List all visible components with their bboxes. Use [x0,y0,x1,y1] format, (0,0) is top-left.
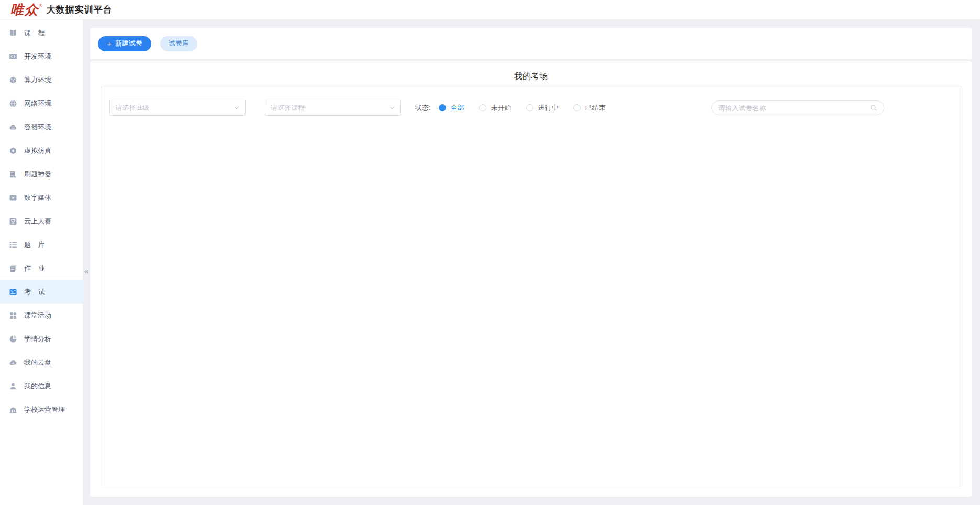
question-bank-icon [9,241,17,249]
status-radio-0[interactable]: 全部 [439,103,464,113]
course-select-placeholder: 请选择课程 [271,103,305,113]
sidebar-item-3[interactable]: 网络环境 [0,92,83,115]
status-label: 状态: [415,103,431,113]
sidebar-item-9[interactable]: 题库 [0,233,83,256]
sidebar-collapse-handle[interactable]: « [83,260,90,282]
new-exam-button-label: 新建试卷 [115,39,142,48]
course-select[interactable]: 请选择课程 [265,100,401,116]
code-icon [9,52,17,61]
chevron-down-icon [233,105,240,111]
school-admin-icon [9,406,17,414]
toolbar-panel: + 新建试卷 试卷库 [90,28,972,59]
sidebar-item-label: 网络环境 [24,99,51,108]
container-cloud-icon [9,123,17,131]
app-title: 大数据实训平台 [47,4,113,16]
sidebar-item-label: 虚拟仿真 [24,146,51,155]
globe-icon [9,99,17,108]
sidebar-item-label: 算力环境 [24,75,51,85]
sidebar-menu: 课程开发环境算力环境网络环境容器环境虚拟仿真刷题神器数字媒体云上大赛题库作业考试… [0,21,83,421]
app-header: 唯众 ® 大数据实训平台 [0,0,980,20]
sidebar-item-1[interactable]: 开发环境 [0,44,83,68]
filter-row: 请选择班级 请选择课程 状态: 全部未开始进行中已结束 [109,100,961,116]
homework-icon [9,264,17,273]
analysis-pie-icon [9,335,17,343]
sidebar-item-11[interactable]: 考试 [0,280,83,304]
new-exam-button[interactable]: + 新建试卷 [98,36,151,51]
sidebar-item-label: 作业 [24,264,45,273]
exam-list-container: 请选择班级 请选择课程 状态: 全部未开始进行中已结束 [101,86,961,486]
media-icon [9,194,17,202]
sidebar-item-13[interactable]: 学情分析 [0,327,83,351]
sidebar-item-2[interactable]: 算力环境 [0,68,83,92]
plus-icon: + [107,40,112,48]
sidebar-item-10[interactable]: 作业 [0,256,83,280]
sidebar-item-label: 学情分析 [24,334,51,344]
main-panel: 我的考场 请选择班级 请选择课程 状态: 全部未开始进行中已结束 [90,61,972,497]
sidebar-item-8[interactable]: 云上大赛 [0,209,83,233]
sidebar: 课程开发环境算力环境网络环境容器环境虚拟仿真刷题神器数字媒体云上大赛题库作业考试… [0,20,83,505]
simulation-cube-icon [9,147,17,155]
sidebar-item-label: 云上大赛 [24,217,51,226]
status-radio-1[interactable]: 未开始 [479,103,511,113]
sidebar-item-0[interactable]: 课程 [0,21,83,44]
sidebar-item-7[interactable]: 数字媒体 [0,186,83,209]
sidebar-item-label: 考试 [24,287,45,297]
class-select[interactable]: 请选择班级 [109,100,246,116]
chevron-down-icon [389,105,395,111]
cloud-disk-icon [9,358,17,367]
exam-icon [9,288,17,296]
status-radio-label: 进行中 [538,103,559,113]
sidebar-item-15[interactable]: 我的信息 [0,374,83,398]
sidebar-item-label: 容器环境 [24,122,51,132]
sidebar-item-6[interactable]: 刷题神器 [0,162,83,186]
status-radio-3[interactable]: 已结束 [573,103,606,113]
sidebar-item-12[interactable]: 课堂活动 [0,304,83,327]
status-radio-label: 未开始 [491,103,511,113]
profile-user-icon [9,382,17,390]
status-options: 全部未开始进行中已结束 [439,103,620,113]
search-box[interactable] [711,100,884,115]
practice-pen-icon [9,170,17,178]
sidebar-item-label: 我的云盘 [24,358,51,367]
sidebar-item-4[interactable]: 容器环境 [0,115,83,139]
brand-logo: 唯众 ® [10,3,42,17]
status-filter-group: 状态: 全部未开始进行中已结束 [415,103,620,113]
sidebar-item-label: 题库 [24,240,45,250]
class-select-placeholder: 请选择班级 [115,103,149,113]
sidebar-item-label: 我的信息 [24,381,51,391]
logo-text: 唯众 [10,3,39,17]
sidebar-item-14[interactable]: 我的云盘 [0,351,83,374]
registered-mark: ® [39,3,42,8]
page-title: 我的考场 [90,61,972,82]
sidebar-item-label: 学校运营管理 [24,405,65,414]
radio-dot[interactable] [573,104,581,111]
sidebar-item-5[interactable]: 虚拟仿真 [0,139,83,162]
sidebar-item-label: 开发环境 [24,52,51,61]
book-icon [9,29,17,37]
radio-dot[interactable] [526,104,533,111]
radio-dot[interactable] [479,104,486,111]
search-icon[interactable] [870,104,877,111]
sidebar-item-16[interactable]: 学校运营管理 [0,398,83,421]
sidebar-item-label: 课程 [24,28,45,38]
class-activity-icon [9,311,17,320]
sidebar-item-label: 刷题神器 [24,170,51,179]
status-radio-2[interactable]: 进行中 [526,103,559,113]
search-input[interactable] [718,104,870,112]
compute-cube-icon [9,76,17,84]
paper-bank-button[interactable]: 试卷库 [160,36,197,51]
radio-dot[interactable] [439,104,446,111]
status-radio-label: 全部 [451,103,464,113]
contest-trophy-icon [9,217,17,226]
status-radio-label: 已结束 [585,103,606,113]
sidebar-item-label: 数字媒体 [24,193,51,203]
sidebar-item-label: 课堂活动 [24,311,51,320]
